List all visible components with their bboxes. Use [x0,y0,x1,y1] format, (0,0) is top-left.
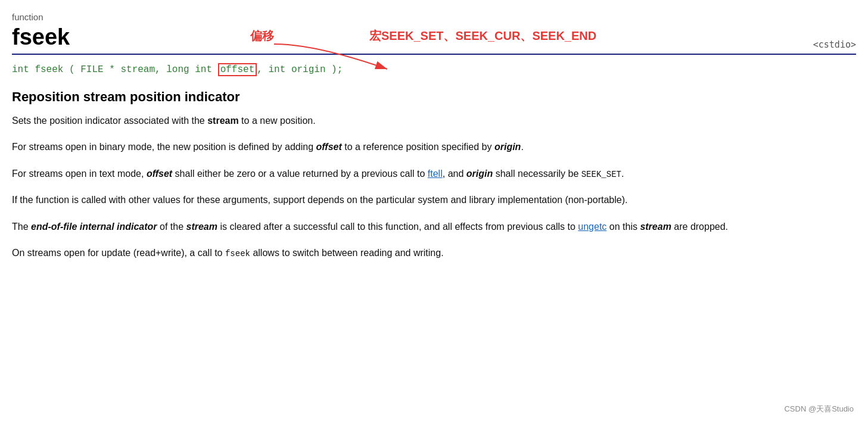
code-part2: , int origin ); [257,64,343,75]
annotation-macros: 宏SEEK_SET、SEEK_CUR、SEEK_END [369,28,596,44]
section-heading: Reposition stream position indicator [12,89,856,105]
paragraph-3: For streams open in text mode, offset sh… [12,166,856,182]
cstdio-label: <cstdio> [813,39,856,50]
footer-credit: CSDN @天喜Studio [784,404,854,414]
code-line: int fseek ( FILE * stream, long int offs… [12,61,856,79]
page-title: fseek [12,24,70,50]
code-offset: offset [218,63,257,76]
annotation-pian-yi: 偏移 [250,28,274,44]
code-part1: int fseek ( FILE * stream, long int [12,64,218,75]
paragraph-4: If the function is called with other val… [12,192,856,208]
annotation-container: 偏移 宏SEEK_SET、SEEK_CUR、SEEK_END int fseek… [12,61,856,79]
paragraph-1: Sets the position indicator associated w… [12,113,856,129]
paragraph-6: On streams open for update (read+write),… [12,245,856,261]
function-label: function [12,12,856,22]
paragraph-2: For streams open in binary mode, the new… [12,139,856,155]
ungetc-link[interactable]: ungetc [578,222,606,232]
paragraph-5: The end-of-file internal indicator of th… [12,219,856,235]
ftell-link[interactable]: ftell [428,169,443,179]
